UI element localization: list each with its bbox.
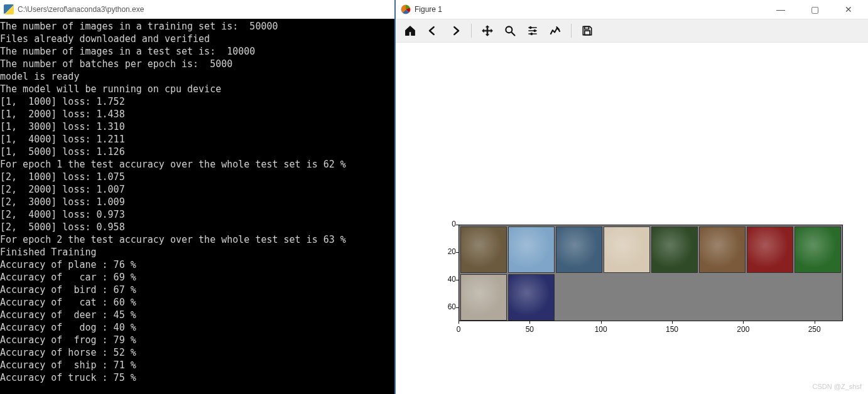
forward-icon [449, 24, 462, 37]
image-thumbnail [747, 226, 793, 273]
zoom-icon [504, 24, 516, 37]
ytick-label: 20 [437, 247, 456, 256]
forward-button[interactable] [446, 21, 465, 40]
figure-canvas[interactable]: 0204060050100150200250 CSDN @Z_shsf [396, 43, 868, 394]
figure-titlebar: Figure 1 — ▢ ✕ [396, 0, 868, 19]
xtick-label: 200 [730, 325, 756, 334]
toolbar-separator [471, 24, 472, 38]
toolbar-separator [571, 24, 572, 38]
python-icon [4, 4, 14, 14]
ytick-label: 0 [437, 220, 456, 228]
edit-icon [549, 24, 561, 37]
configure-icon [526, 24, 539, 37]
xtick-label: 100 [589, 325, 614, 334]
home-button[interactable] [401, 21, 420, 40]
plot-image [458, 225, 843, 321]
figure-window: Figure 1 — ▢ ✕ [394, 0, 868, 394]
figure-toolbar [396, 19, 868, 43]
image-thumbnail [651, 226, 698, 273]
image-thumbnail [795, 226, 841, 273]
home-icon [404, 24, 416, 37]
image-thumbnail [556, 226, 602, 273]
image-thumbnail [604, 226, 650, 273]
back-icon [426, 24, 439, 37]
pan-icon [481, 24, 494, 37]
image-thumbnail [699, 226, 746, 273]
image-thumbnail [460, 226, 507, 273]
ytick-label: 40 [437, 275, 456, 284]
console-titlebar: C:\Users\zerof\anaconda3\python.exe [0, 0, 394, 19]
edit-button[interactable] [546, 21, 565, 40]
svg-rect-5 [585, 26, 589, 29]
image-thumbnail [460, 274, 507, 321]
console-title: C:\Users\zerof\anaconda3\python.exe [18, 5, 144, 14]
xtick-label: 50 [517, 325, 542, 334]
close-button[interactable]: ✕ [839, 4, 858, 14]
watermark: CSDN @Z_shsf [813, 383, 862, 390]
xtick-label: 250 [802, 325, 827, 334]
window-controls: — ▢ ✕ [771, 4, 863, 14]
image-thumbnail [508, 226, 555, 273]
svg-point-2 [529, 26, 531, 28]
back-button[interactable] [423, 21, 442, 40]
xtick-label: 150 [659, 325, 685, 334]
save-button[interactable] [578, 21, 597, 40]
ytick-label: 60 [437, 302, 456, 311]
svg-point-3 [534, 29, 536, 31]
pan-button[interactable] [478, 21, 497, 40]
maximize-button[interactable]: ▢ [805, 4, 824, 14]
save-icon [581, 24, 594, 37]
svg-point-4 [531, 33, 533, 35]
configure-button[interactable] [523, 21, 542, 40]
figure-title: Figure 1 [415, 5, 442, 14]
svg-rect-6 [585, 31, 590, 35]
image-thumbnail [508, 274, 555, 321]
console-output: The number of images in a training set i… [0, 19, 394, 394]
zoom-button[interactable] [501, 21, 519, 40]
plot-axes: 0204060050100150200250 [458, 225, 843, 330]
matplotlib-icon [401, 4, 411, 14]
console-window: C:\Users\zerof\anaconda3\python.exe The … [0, 0, 394, 394]
xtick-label: 0 [446, 325, 471, 334]
minimize-button[interactable]: — [771, 4, 790, 14]
